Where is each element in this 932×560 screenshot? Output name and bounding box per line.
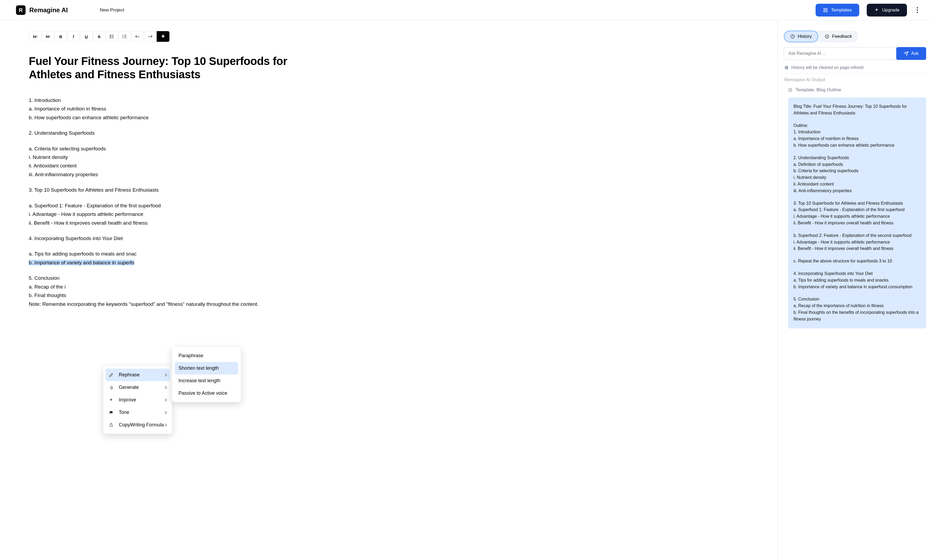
h2-button[interactable]: H2 xyxy=(42,31,54,42)
pencil-icon xyxy=(109,373,114,377)
doc-line[interactable]: ii. Benefit - How it improves overall he… xyxy=(29,219,309,227)
doc-line[interactable]: a. Recap of the i xyxy=(29,283,309,291)
editor-panel: H1 H2 B I U S Fuel Your Fitness Journey:… xyxy=(0,20,778,560)
info-icon: i xyxy=(784,66,788,70)
header: R Remagine AI New Project Templates Upgr… xyxy=(0,0,932,20)
output-line: ii. Benefit - How it improves overall he… xyxy=(793,245,921,252)
undo-button[interactable] xyxy=(131,31,144,42)
tab-feedback[interactable]: Feedback xyxy=(818,31,858,42)
doc-line[interactable]: ii. Antioxidant content xyxy=(29,162,309,169)
doc-line[interactable]: 5. Conclusion xyxy=(29,274,309,282)
context-improve[interactable]: Improve xyxy=(103,394,172,406)
output-line: a. Superfood 1: Feature - Explanation of… xyxy=(793,206,921,213)
doc-line[interactable]: b. Final thoughts xyxy=(29,291,309,299)
output-line: iii. Anti-inflammatory properties xyxy=(793,188,921,194)
svg-point-11 xyxy=(110,37,111,38)
document-title[interactable]: Fuel Your Fitness Journey: Top 10 Superf… xyxy=(29,55,290,82)
bullet-list-button[interactable] xyxy=(105,31,118,42)
ask-button[interactable]: Ask xyxy=(896,47,926,60)
ask-row: Ask xyxy=(784,47,926,60)
submenu-increase[interactable]: Increase text length xyxy=(175,374,238,387)
svg-rect-2 xyxy=(824,11,825,12)
output-line: a. Definition of superfoods xyxy=(793,161,921,168)
context-generate[interactable]: Generate xyxy=(103,381,172,394)
tab-history[interactable]: History xyxy=(784,31,818,42)
context-label: Generate xyxy=(119,385,139,390)
doc-line[interactable]: iii. Anti-inflammatory properties xyxy=(29,171,309,178)
strike-button[interactable]: S xyxy=(93,31,105,42)
svg-point-4 xyxy=(917,7,918,9)
tab-label: Feedback xyxy=(832,34,852,39)
context-label: CopyWriting Formula xyxy=(119,422,164,428)
doc-line[interactable]: a. Tips for adding superfoods to meals a… xyxy=(29,250,309,258)
output-line: ii. Benefit - How it improves overall he… xyxy=(793,220,921,226)
doc-line[interactable]: i. Advantage - How it supports athletic … xyxy=(29,210,309,218)
bold-button[interactable]: B xyxy=(54,31,67,42)
context-rephrase[interactable]: Rephrase xyxy=(105,369,170,381)
header-right: Templates Upgrade xyxy=(816,4,920,17)
doc-line[interactable]: 2. Understanding Superfoods xyxy=(29,129,309,137)
submenu: Paraphrase Shorten text length Increase … xyxy=(172,347,241,402)
underline-button[interactable]: U xyxy=(80,31,93,42)
sidebar-tabs: History Feedback xyxy=(784,31,926,42)
svg-rect-25 xyxy=(790,90,792,92)
output-line: 4. Incorporating Superfoods into Your Di… xyxy=(793,271,921,277)
doc-line[interactable]: i. Nutrient density xyxy=(29,153,309,161)
doc-line[interactable]: 4. Incorporating Superfoods into Your Di… xyxy=(29,234,309,242)
redo-button[interactable] xyxy=(144,31,157,42)
templates-label: Templates xyxy=(831,8,852,13)
italic-button[interactable]: I xyxy=(67,31,80,42)
doc-line[interactable]: a. Importance of nutrition in fitness xyxy=(29,105,309,112)
svg-rect-22 xyxy=(788,88,790,90)
context-copywriting[interactable]: CopyWriting Formula xyxy=(103,418,172,431)
output-line: 5. Conclusion xyxy=(793,296,921,303)
document-body[interactable]: 1. Introductiona. Importance of nutritio… xyxy=(29,96,309,308)
history-note-text: History will be cleared on page refresh xyxy=(791,65,864,70)
ask-input[interactable] xyxy=(784,47,896,60)
doc-line[interactable]: Note: Remembe incorporating the keywords… xyxy=(29,300,309,308)
ordered-list-button[interactable] xyxy=(118,31,131,42)
doc-line[interactable]: b. Importance of variety and balance in … xyxy=(29,259,309,266)
doc-line[interactable]: 3. Top 10 Superfoods for Athletes and Fi… xyxy=(29,186,309,194)
output-label: Remagine AI Output xyxy=(784,73,926,87)
submenu-passive-active[interactable]: Passive to Active voice xyxy=(175,387,238,400)
context-tone[interactable]: Tone xyxy=(103,406,172,418)
history-icon xyxy=(790,34,795,39)
upgrade-button[interactable]: Upgrade xyxy=(867,4,907,17)
chevron-right-icon xyxy=(165,386,167,389)
ai-button[interactable] xyxy=(157,31,170,42)
logo[interactable]: R Remagine AI xyxy=(16,5,68,15)
output-content[interactable]: Blog Title: Fuel Your Fitness Journey: T… xyxy=(788,97,926,328)
templates-button[interactable]: Templates xyxy=(816,4,859,17)
chevron-right-icon xyxy=(165,423,167,427)
more-menu-icon[interactable] xyxy=(914,7,920,13)
h1-button[interactable]: H1 xyxy=(29,31,42,42)
history-note: i History will be cleared on page refres… xyxy=(784,65,926,70)
submenu-paraphrase[interactable]: Paraphrase xyxy=(175,349,238,362)
project-name[interactable]: New Project xyxy=(100,8,124,13)
doc-line[interactable]: 1. Introduction xyxy=(29,96,309,104)
sparkle-icon xyxy=(874,8,879,12)
output-line: b. Criteria for selecting superfoods xyxy=(793,168,921,174)
svg-rect-24 xyxy=(788,90,790,92)
output-line: i. Advantage - How it supports athletic … xyxy=(793,213,921,220)
output-line: a. Tips for adding superfoods to meals a… xyxy=(793,277,921,284)
output-line: a. Importance of nutrition in fitness xyxy=(793,135,921,142)
template-label: Template: Blog Outline xyxy=(796,87,841,92)
output-line: 1. Introduction xyxy=(793,129,921,135)
send-icon xyxy=(904,51,909,56)
output-line: c. Repeat the above structure for superf… xyxy=(793,258,921,265)
svg-rect-23 xyxy=(790,88,792,90)
chevron-right-icon xyxy=(165,374,167,377)
tab-label: History xyxy=(798,34,812,39)
submenu-shorten[interactable]: Shorten text length xyxy=(175,362,238,374)
svg-rect-1 xyxy=(826,8,827,9)
output-line: i. Nutrient density xyxy=(793,174,921,181)
chevron-right-icon xyxy=(165,398,167,402)
doc-line[interactable]: a. Criteria for selecting superfoods xyxy=(29,145,309,152)
wand-icon xyxy=(109,385,114,390)
doc-line[interactable]: b. How superfoods can enhance athletic p… xyxy=(29,114,309,122)
main: H1 H2 B I U S Fuel Your Fitness Journey:… xyxy=(0,20,932,560)
doc-line[interactable]: a. Superfood 1: Feature - Explanation of… xyxy=(29,202,309,209)
output-line: ii. Antioxidant content xyxy=(793,181,921,188)
